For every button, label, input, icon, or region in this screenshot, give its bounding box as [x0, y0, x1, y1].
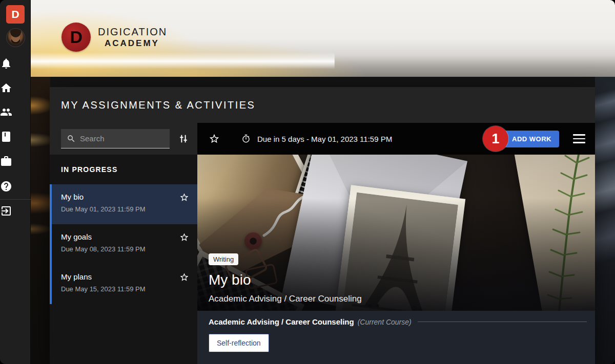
list-item-my-plans[interactable]: My plans Due May 15, 2023 11:59 PM: [52, 264, 197, 304]
home-icon: [0, 82, 12, 94]
digication-academy-logo[interactable]: D DIGICATION ACADEMY: [61, 23, 167, 52]
menu-bar: [573, 134, 585, 136]
search-icon: [67, 134, 76, 143]
sidebar-notifications-button[interactable]: [0, 57, 12, 70]
assignment-hero-image: Writing My bio Academic Advising / Caree…: [197, 155, 595, 311]
assignments-panel: MY ASSIGNMENTS & ACTIVITIES: [50, 87, 595, 364]
assignment-list: My bio Due May 01, 2023 11:59 PM My goal…: [50, 184, 197, 304]
search-input[interactable]: [80, 134, 170, 143]
sidebar-home-button[interactable]: [0, 82, 12, 94]
assignment-detail-column: Due in 5 days - May 01, 2023 11:59 PM 1 …: [197, 123, 595, 364]
filter-sliders-icon: [178, 134, 189, 144]
course-section: Academic Advising / Career Counseling (C…: [197, 311, 595, 364]
due-banner-text: Due in 5 days - May 01, 2023 11:59 PM: [257, 135, 392, 143]
app-screen: D DIGICATION ACADEMY D: [0, 0, 615, 364]
self-reflection-work-button[interactable]: Self-reflection: [209, 334, 269, 352]
briefcase-icon: [0, 155, 12, 167]
assignment-due: Due May 15, 2023 11:59 PM: [61, 285, 189, 293]
favorite-star-button[interactable]: [209, 133, 220, 144]
menu-bar: [573, 142, 585, 143]
header-banner: D DIGICATION ACADEMY: [31, 0, 615, 77]
list-item-my-bio[interactable]: My bio Due May 01, 2023 11:59 PM: [52, 184, 197, 224]
sign-out-icon: [0, 205, 12, 217]
background-art-left: [31, 77, 50, 364]
star-outline-icon: [179, 272, 189, 282]
timer-icon: [241, 134, 251, 143]
people-icon: [0, 106, 12, 118]
assignment-list-column: IN PROGRESS My bio Due May 01, 2023 11:5…: [50, 123, 197, 364]
sidebar-portfolio-button[interactable]: [0, 155, 12, 167]
app-logo-icon: D: [6, 5, 25, 24]
assignment-title: My goals: [61, 232, 189, 241]
bell-icon: [0, 57, 12, 70]
sidebar-courses-button[interactable]: [0, 131, 12, 143]
category-tag: Writing: [209, 253, 238, 265]
course-row: Academic Advising / Career Counseling (C…: [209, 317, 587, 326]
page-title: MY ASSIGNMENTS & ACTIVITIES: [61, 99, 255, 111]
assignment-detail-subtitle: Academic Advising / Career Counseling: [209, 294, 362, 304]
hero-content: Writing My bio Academic Advising / Caree…: [209, 253, 362, 304]
assignment-title: My plans: [61, 272, 189, 281]
star-outline-icon: [179, 232, 189, 242]
book-icon: [0, 131, 12, 143]
assignment-title: My bio: [61, 192, 189, 201]
sidebar-divider: [0, 199, 31, 200]
add-work-button[interactable]: ADD WORK: [504, 131, 559, 147]
assignment-detail-title: My bio: [209, 272, 362, 288]
sidebar-help-button[interactable]: [0, 180, 12, 192]
help-icon: [0, 180, 12, 192]
hamburger-menu-button[interactable]: [573, 134, 585, 143]
assignment-due: Due May 01, 2023 11:59 PM: [61, 205, 189, 213]
search-row: [50, 123, 197, 155]
brand-circle-icon: D: [61, 23, 91, 52]
background-art-right: [595, 77, 615, 364]
due-banner: Due in 5 days - May 01, 2023 11:59 PM: [241, 134, 392, 143]
favorite-star-button[interactable]: [179, 192, 189, 202]
sidebar-people-button[interactable]: [0, 106, 12, 118]
in-progress-section: IN PROGRESS: [50, 155, 197, 184]
sidebar: D: [0, 0, 31, 364]
panel-title-bar: MY ASSIGNMENTS & ACTIVITIES: [50, 87, 595, 123]
sidebar-app-logo[interactable]: D: [0, 5, 31, 24]
favorite-star-button[interactable]: [179, 272, 189, 282]
sidebar-user-avatar[interactable]: [0, 28, 31, 47]
assignment-due: Due May 08, 2023 11:59 PM: [61, 245, 189, 253]
brand-name: DIGICATION: [98, 26, 167, 38]
favorite-star-button[interactable]: [179, 232, 189, 242]
filter-button[interactable]: [177, 132, 190, 145]
avatar: [6, 28, 25, 47]
brand-letter: D: [70, 27, 83, 47]
course-divider-line: [418, 322, 587, 322]
menu-bar: [573, 138, 585, 140]
course-name: Academic Advising / Career Counseling: [209, 317, 354, 326]
brand-subname: ACADEMY: [105, 38, 167, 49]
course-suffix: (Current Course): [358, 318, 412, 326]
search-box[interactable]: [61, 129, 170, 148]
assignment-action-bar: Due in 5 days - May 01, 2023 11:59 PM 1 …: [197, 123, 595, 155]
list-item-my-goals[interactable]: My goals Due May 08, 2023 11:59 PM: [52, 224, 197, 264]
section-header: IN PROGRESS: [61, 165, 117, 174]
star-outline-icon: [179, 192, 189, 202]
star-outline-icon: [209, 133, 220, 144]
step-annotation-badge: 1: [483, 126, 508, 152]
sidebar-sign-out-button[interactable]: [0, 205, 12, 217]
